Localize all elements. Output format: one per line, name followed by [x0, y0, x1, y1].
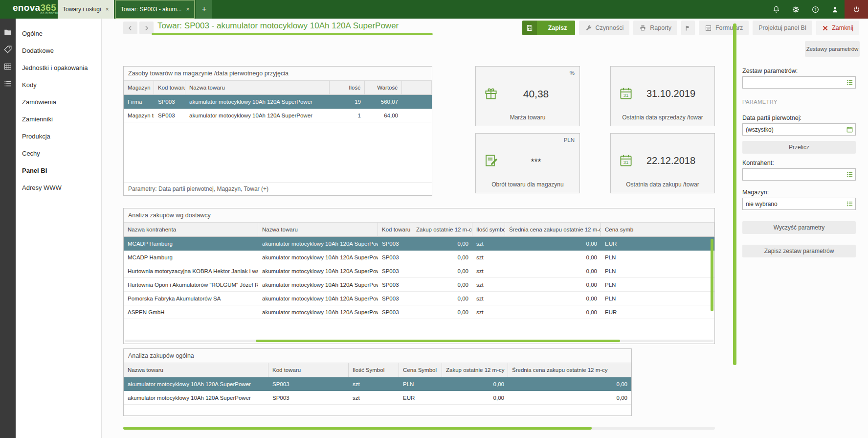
- cell: szt: [472, 278, 505, 292]
- sidebar-item-produkcja[interactable]: Produkcja: [16, 128, 101, 145]
- table-row[interactable]: Pomorska Fabryka Akumulatorów SA akumula…: [124, 292, 714, 305]
- column-header[interactable]: Nazwa towaru: [258, 223, 378, 237]
- cell: MCADP Hamburg: [124, 237, 258, 251]
- sidebar-item-zamienniki[interactable]: Zamienniki: [16, 111, 101, 128]
- reports-dropdown-button[interactable]: [681, 21, 695, 35]
- folder-module-button[interactable]: [0, 23, 16, 41]
- nav-back-button[interactable]: [123, 22, 137, 34]
- column-header[interactable]: Cena symb: [601, 223, 714, 237]
- form-button[interactable]: Formularz: [699, 21, 749, 35]
- panel-splitter[interactable]: [733, 23, 736, 365]
- column-header[interactable]: Cena Symbol: [399, 363, 442, 377]
- table-row[interactable]: akumulator motocyklowy 10Ah 120A SuperPo…: [124, 391, 631, 405]
- horizontal-scrollbar-track[interactable]: [125, 340, 713, 342]
- column-header[interactable]: Nazwa towaru: [124, 363, 268, 377]
- design-bi-panel-button[interactable]: Projektuj panel BI: [753, 21, 812, 35]
- cell: akumulator motocyklowy 10Ah 120A SuperPo…: [258, 237, 378, 251]
- cell: Pomorska Fabryka Akumulatorów SA: [124, 292, 258, 305]
- table-module-button[interactable]: [0, 58, 16, 75]
- warehouse-label: Magazyn:: [742, 189, 856, 196]
- column-header[interactable]: Kod towaru: [378, 223, 412, 237]
- help-icon: ?: [811, 5, 820, 14]
- column-header[interactable]: Ilość: [330, 81, 365, 95]
- column-header[interactable]: Średnia cena zakupu ostatnie 12 m-cy: [508, 363, 631, 377]
- list-select-icon[interactable]: [846, 79, 853, 88]
- parameter-set-input[interactable]: [742, 76, 856, 89]
- cell: 0,00: [412, 305, 472, 319]
- table-row[interactable]: MCADP Hamburg akumulator motocyklowy 10A…: [124, 237, 714, 251]
- column-header[interactable]: Kod towaru: [268, 363, 349, 377]
- sidebar-item-zamowienia[interactable]: Zamówienia: [16, 93, 101, 111]
- tag-module-button[interactable]: [0, 41, 16, 58]
- column-header[interactable]: Wartość: [365, 81, 402, 95]
- cell: PLN: [601, 278, 714, 292]
- close-tab-icon[interactable]: ×: [186, 6, 189, 13]
- tab-towar-sp003[interactable]: Towar: SP003 - akum... ×: [115, 0, 195, 19]
- help-button[interactable]: ?: [805, 0, 825, 19]
- warehouse-input[interactable]: [742, 198, 856, 210]
- column-header[interactable]: Kod towaru: [154, 81, 185, 95]
- sidebar-item-jednostki[interactable]: Jednostki i opakowania: [16, 59, 101, 76]
- sidebar-item-panel-bi[interactable]: Panel BI: [16, 162, 101, 179]
- settings-button[interactable]: [786, 0, 805, 19]
- table-row[interactable]: akumulator motocyklowy 10Ah 120A SuperPo…: [124, 377, 631, 391]
- cell: SP003: [378, 305, 412, 319]
- recalculate-button[interactable]: Przelicz: [742, 141, 856, 154]
- list-select-icon[interactable]: [846, 200, 853, 209]
- nav-forward-button[interactable]: [139, 22, 154, 34]
- sidebar-item-adresy-www[interactable]: Adresy WWW: [16, 179, 101, 196]
- column-header[interactable]: Zakup ostatnie 12 m-cy: [442, 363, 508, 377]
- table-row[interactable]: Hurtownia Opon i Akumulatorów "ROLGUM" J…: [124, 278, 714, 292]
- horizontal-scrollbar-thumb[interactable]: [256, 340, 620, 342]
- contractor-input[interactable]: [742, 168, 856, 181]
- sidebar-item-dodatkowe[interactable]: Dodatkowe: [16, 42, 101, 59]
- cell: akumulator motocyklowy 10Ah 120A SuperPo…: [185, 109, 330, 122]
- vertical-scrollbar-thumb[interactable]: [711, 239, 713, 311]
- column-header[interactable]: Nazwa towaru: [185, 81, 330, 95]
- close-button[interactable]: Zamknij: [816, 21, 859, 35]
- table-row[interactable]: Firma SP003 akumulator motocyklowy 10Ah …: [124, 95, 432, 109]
- calendar-small-icon[interactable]: [846, 126, 853, 135]
- reports-button[interactable]: Raporty: [633, 21, 677, 35]
- clear-parameters-button[interactable]: Wyczyść parametry: [742, 221, 856, 234]
- sidebar-item-ogolne[interactable]: Ogólne: [16, 25, 101, 42]
- main-horizontal-scrollbar-track[interactable]: [123, 427, 715, 430]
- save-button[interactable]: Zapisz: [522, 21, 575, 35]
- first-batch-date-input[interactable]: [742, 123, 856, 136]
- list-module-button[interactable]: [0, 75, 16, 92]
- kpi-label: Ostatnia data sprzedaży /towar: [611, 114, 714, 121]
- table-row[interactable]: MCADP Hamburg akumulator motocyklowy 10A…: [124, 251, 714, 264]
- chevron-left-icon: [127, 25, 134, 31]
- column-header[interactable]: Nazwa kontrahenta: [124, 223, 258, 237]
- folder-icon: [3, 28, 12, 37]
- cell: 0,00: [505, 237, 601, 251]
- warehouse-field: [742, 198, 856, 210]
- cell: SP003: [378, 292, 412, 305]
- cell: PLN: [399, 377, 442, 391]
- column-header[interactable]: Średnia cena zakupu ostatnie 12 m-cy: [505, 223, 601, 237]
- sidebar-item-kody[interactable]: Kody: [16, 76, 101, 93]
- cell: szt: [349, 391, 399, 405]
- save-parameter-set-button[interactable]: Zapisz zestaw parametrów: [742, 245, 856, 257]
- close-tab-icon[interactable]: ×: [106, 6, 109, 13]
- column-header[interactable]: Magazyn: [124, 81, 154, 95]
- sidebar-item-cechy[interactable]: Cechy: [16, 145, 101, 162]
- table-row[interactable]: Magazyn tow SP003 akumulator motocyklowy…: [124, 109, 432, 122]
- notifications-button[interactable]: [766, 0, 786, 19]
- new-tab-button[interactable]: +: [196, 0, 212, 19]
- table-row[interactable]: ASPEN GmbH akumulator motocyklowy 10Ah 1…: [124, 305, 714, 319]
- actions-button[interactable]: Czynności: [579, 21, 630, 35]
- tab-towary-i-uslugi[interactable]: Towary i usługi ×: [58, 0, 114, 19]
- table-row[interactable]: Hurtownia motoryzacyjna KOBRA Hektor Jan…: [124, 264, 714, 278]
- column-header[interactable]: Ilość Symbol: [349, 363, 399, 377]
- main-horizontal-scrollbar-thumb[interactable]: [123, 427, 592, 430]
- contractor-label: Kontrahent:: [742, 160, 856, 166]
- supplier-panel-title: Analiza zakupów wg dostawcy: [124, 208, 714, 223]
- column-header[interactable]: Zakup ostatnie 12 m-cy: [412, 223, 472, 237]
- cell: SP003: [378, 237, 412, 251]
- user-button[interactable]: [825, 0, 845, 19]
- parameter-sets-button[interactable]: Zestawy parametrów: [805, 41, 860, 57]
- column-header[interactable]: Ilość symbol: [472, 223, 505, 237]
- list-select-icon[interactable]: [846, 171, 853, 180]
- logout-button[interactable]: [845, 0, 868, 19]
